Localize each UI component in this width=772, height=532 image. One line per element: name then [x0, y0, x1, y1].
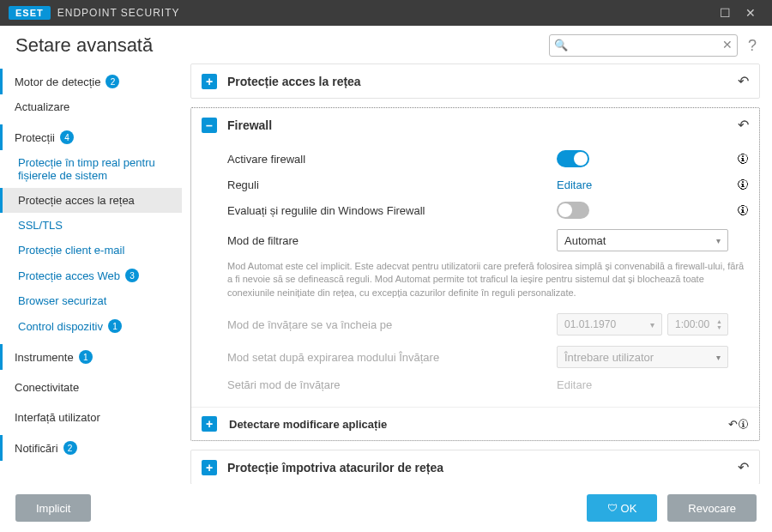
clear-search-icon[interactable]: ✕	[722, 38, 733, 51]
sidebar-item-label: Browser securizat	[18, 294, 106, 307]
panel-body-firewall: Activare firewall 🛈 Reguli Editare 🛈 Eva…	[191, 142, 759, 407]
edit-learn-settings-link: Editare	[557, 378, 592, 391]
footer: Implicit 🛡OK Revocare	[0, 484, 772, 532]
panel-header-network-attack[interactable]: + Protecție împotriva atacurilor de rețe…	[191, 450, 759, 484]
row-after-learn: Mod setat după expirarea modului Învățar…	[227, 341, 749, 373]
sidebar-item[interactable]: Actualizare	[0, 94, 182, 119]
badge: 4	[60, 130, 74, 144]
subsection-app-change-detection[interactable]: + Detectare modificare aplicație ↶ 🛈	[191, 407, 759, 440]
revert-icon[interactable]: ↶	[738, 117, 749, 133]
search-wrap: 🔍 ✕	[549, 34, 738, 57]
sidebar-item[interactable]: Protecție acces la rețea	[0, 188, 182, 213]
panel-firewall: – Firewall ↶ Activare firewall 🛈 Reguli …	[190, 107, 760, 441]
ok-button[interactable]: 🛡OK	[587, 494, 658, 522]
time-input-learn-end: 1:00:00 ▲▼	[667, 313, 728, 336]
chevron-down-icon: ▾	[716, 353, 721, 362]
badge: 1	[79, 350, 93, 364]
sidebar-item[interactable]: Interfață utilizator	[0, 405, 182, 430]
spinner-icon: ▲▼	[716, 318, 722, 330]
sidebar: Motor de detecție2ActualizareProtecții4P…	[0, 63, 182, 484]
label-filter-mode: Mod de filtrare	[227, 234, 557, 247]
panel-title: Protecție împotriva atacurilor de rețea	[227, 461, 738, 475]
label-after-learn: Mod setat după expirarea modului Învățar…	[227, 351, 557, 364]
row-rules: Reguli Editare 🛈	[227, 172, 749, 196]
sidebar-item-label: Protecție client e-mail	[18, 244, 124, 257]
sidebar-item-label: Motor de detecție	[15, 76, 100, 88]
sidebar-item-label: Notificări	[15, 442, 58, 455]
label-learn-end: Mod de învățare se va încheia pe	[227, 318, 557, 331]
panel-network-access: + Protecție acces la rețea ↶	[190, 63, 760, 99]
revert-icon[interactable]: ↶	[728, 418, 738, 431]
window-close-icon[interactable]: ✕	[738, 6, 763, 20]
row-filter-mode: Mod de filtrare Automat ▾	[227, 224, 749, 257]
revert-icon[interactable]: ↶	[738, 459, 749, 475]
select-after-learn: Întrebare utilizator ▾	[557, 346, 728, 368]
default-button[interactable]: Implicit	[15, 494, 91, 522]
brand-logo: ESET	[9, 6, 51, 20]
sidebar-item[interactable]: Protecție client e-mail	[0, 238, 182, 263]
sidebar-item[interactable]: Browser securizat	[0, 288, 182, 313]
expand-icon: +	[202, 74, 217, 89]
sidebar-item-label: Conectivitate	[15, 381, 79, 394]
sidebar-item-label: Protecție acces la rețea	[18, 194, 135, 207]
sidebar-item-label: Instrumente	[15, 351, 74, 364]
chevron-down-icon: ▾	[716, 236, 721, 245]
sidebar-item-label: Actualizare	[15, 100, 69, 113]
expand-icon: +	[202, 460, 217, 475]
sidebar-item[interactable]: SSL/TLS	[0, 213, 182, 238]
panel-header-network-access[interactable]: + Protecție acces la rețea ↶	[191, 64, 759, 98]
sidebar-item-label: Protecție în timp real pentru fișierele …	[18, 156, 172, 182]
toggle-windows-firewall[interactable]	[557, 202, 589, 219]
sidebar-item[interactable]: Protecții4	[0, 124, 182, 150]
label-learn-settings: Setări mod de învățare	[227, 378, 557, 391]
sidebar-item[interactable]: Instrumente1	[0, 344, 182, 370]
main-content: + Protecție acces la rețea ↶ – Firewall …	[182, 63, 772, 484]
sidebar-item-label: Control dispozitiv	[18, 320, 103, 333]
badge: 1	[108, 319, 122, 333]
sidebar-item[interactable]: Conectivitate	[0, 375, 182, 400]
edit-rules-link[interactable]: Editare	[557, 178, 592, 191]
sidebar-item-label: Protecții	[15, 131, 55, 144]
sidebar-item[interactable]: Protecție acces Web3	[0, 263, 182, 288]
sidebar-item[interactable]: Protecție în timp real pentru fișierele …	[0, 150, 182, 188]
info-icon[interactable]: 🛈	[728, 152, 749, 166]
info-icon[interactable]: 🛈	[738, 418, 749, 431]
panel-header-firewall[interactable]: – Firewall ↶	[191, 108, 759, 142]
page-title: Setare avansată	[15, 34, 549, 57]
info-icon[interactable]: 🛈	[728, 178, 749, 191]
label-rules: Reguli	[227, 178, 557, 191]
shield-icon: 🛡	[607, 502, 618, 514]
sidebar-item-label: Interfață utilizator	[15, 411, 100, 424]
sidebar-item[interactable]: Control dispozitiv1	[0, 313, 182, 339]
panel-title: Firewall	[227, 118, 738, 132]
product-name: ENDPOINT SECURITY	[57, 7, 180, 19]
search-input[interactable]	[549, 34, 738, 57]
collapse-icon: –	[202, 118, 217, 133]
row-enable-firewall: Activare firewall 🛈	[227, 145, 749, 172]
toggle-enable-firewall[interactable]	[557, 150, 589, 167]
cancel-button[interactable]: Revocare	[667, 494, 757, 522]
badge: 2	[106, 75, 119, 88]
panel-network-attack: + Protecție împotriva atacurilor de rețe…	[190, 450, 760, 484]
row-learn-settings: Setări mod de învățare Editare	[227, 373, 749, 396]
badge: 2	[63, 441, 77, 455]
chevron-down-icon: ▾	[650, 320, 654, 329]
label-enable-firewall: Activare firewall	[227, 153, 557, 166]
row-learn-end: Mod de învățare se va încheia pe 01.01.1…	[227, 308, 749, 341]
sidebar-item[interactable]: Motor de detecție2	[0, 69, 182, 94]
expand-icon: +	[202, 416, 217, 432]
select-filter-mode[interactable]: Automat ▾	[557, 229, 728, 251]
help-icon[interactable]: ?	[748, 37, 757, 55]
search-icon: 🔍	[554, 39, 568, 51]
subsection-title: Detectare modificare aplicație	[229, 418, 728, 431]
select-value: Întrebare utilizator	[564, 351, 654, 364]
window-maximize-icon[interactable]: ☐	[712, 6, 738, 20]
panel-title: Protecție acces la rețea	[227, 75, 738, 88]
info-icon[interactable]: 🛈	[728, 203, 749, 217]
row-windows-firewall: Evaluați și regulile din Windows Firewal…	[227, 196, 749, 224]
sidebar-item[interactable]: Notificări2	[0, 435, 182, 461]
revert-icon[interactable]: ↶	[738, 73, 749, 89]
select-value: Automat	[564, 234, 606, 247]
titlebar: ESET ENDPOINT SECURITY ☐ ✕	[0, 0, 772, 26]
filter-mode-description: Mod Automat este cel implicit. Este adec…	[227, 257, 749, 308]
